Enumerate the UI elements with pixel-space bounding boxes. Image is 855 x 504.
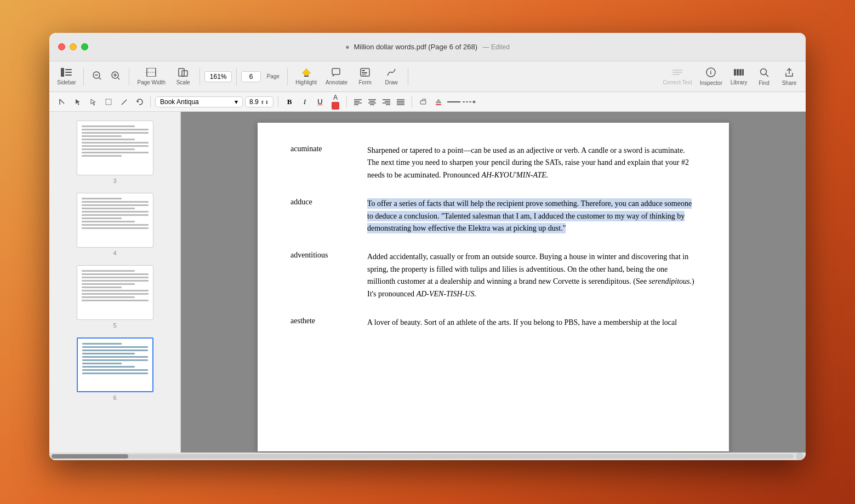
- draw-button[interactable]: Draw: [379, 66, 403, 88]
- page-width-button[interactable]: Page Width: [134, 66, 169, 88]
- svg-rect-17: [332, 68, 340, 75]
- scrollbar-thumb[interactable]: [52, 454, 128, 459]
- page-thumbnail-6[interactable]: 6: [49, 333, 180, 405]
- zoom-in-button[interactable]: [107, 68, 124, 84]
- scrollbar-track[interactable]: [52, 454, 794, 459]
- def-adventitious: Added accidentally, casually or from an …: [367, 251, 696, 300]
- fmt-separator-3: [346, 96, 347, 107]
- svg-rect-13: [179, 68, 184, 76]
- highlighted-def-adduce: To offer a series of facts that will hel…: [367, 198, 692, 233]
- edited-dot: ●: [345, 43, 350, 51]
- svg-rect-30: [739, 69, 742, 76]
- underline-label: U: [317, 98, 322, 106]
- entry-aesthete: aesthete A lover of beauty. Sort of an a…: [290, 317, 696, 329]
- svg-rect-54: [436, 104, 441, 105]
- sidebar-panel: 3: [49, 112, 181, 453]
- thumb-box-6: [77, 337, 153, 392]
- thumb-num-6: 6: [113, 394, 116, 401]
- page-display[interactable]: 6: [241, 71, 261, 82]
- font-selector[interactable]: Book Antiqua ▾: [155, 96, 243, 107]
- svg-point-32: [761, 68, 767, 75]
- align-left-button[interactable]: [351, 95, 364, 108]
- sidebar-group: Sidebar: [54, 66, 79, 88]
- zoom-group: [88, 68, 124, 84]
- scrollbar-button[interactable]: [796, 453, 803, 460]
- format-toolbar: Book Antiqua ▾ 8.9 ⬆⬇ B I U A: [49, 92, 806, 112]
- select-tool[interactable]: [87, 95, 100, 108]
- find-icon: [759, 67, 769, 79]
- share-button[interactable]: Share: [777, 65, 801, 88]
- title-filename: Million dollar words.pdf (Page 6 of 268): [354, 43, 477, 51]
- fill-button[interactable]: [432, 95, 445, 108]
- sidebar-button[interactable]: Sidebar: [54, 66, 79, 88]
- toolbar-right: Correct Text i Inspector: [659, 65, 801, 88]
- line-style-button[interactable]: [447, 95, 460, 108]
- svg-rect-14: [182, 71, 187, 76]
- form-button[interactable]: Form: [353, 66, 377, 88]
- sidebar-icon: [61, 68, 72, 78]
- maximize-button[interactable]: [81, 43, 88, 50]
- library-button[interactable]: Library: [727, 66, 751, 88]
- page-thumbnail-3[interactable]: 3: [49, 116, 180, 188]
- thumb-lines-5: [79, 268, 151, 303]
- inspector-button[interactable]: i Inspector: [697, 65, 726, 88]
- find-button[interactable]: Find: [752, 65, 776, 88]
- eraser-button[interactable]: [417, 95, 430, 108]
- svg-rect-53: [420, 101, 426, 104]
- separator-2: [129, 68, 129, 85]
- page-width-label: Page Width: [137, 79, 166, 85]
- pdf-page: acuminate Sharpened or tapered to a poin…: [258, 123, 729, 451]
- rotate-tool[interactable]: [133, 95, 146, 108]
- highlight-label: Highlight: [295, 79, 317, 85]
- arrow-tool[interactable]: [56, 95, 69, 108]
- close-button[interactable]: [58, 43, 65, 50]
- underline-button[interactable]: U: [314, 95, 327, 108]
- minimize-button[interactable]: [70, 43, 77, 50]
- annotate-button[interactable]: Annotate: [322, 66, 351, 88]
- correct-text-button[interactable]: Correct Text: [659, 66, 696, 88]
- align-right-button[interactable]: [380, 95, 393, 108]
- justify-button[interactable]: [394, 95, 407, 108]
- pen-tool[interactable]: [117, 95, 130, 108]
- thumb-box-3: [77, 121, 153, 175]
- correct-text-icon: [672, 68, 683, 78]
- thumb-num-3: 3: [113, 177, 116, 184]
- inspector-label: Inspector: [700, 80, 722, 86]
- font-name: Book Antiqua: [160, 98, 199, 106]
- draw-icon: [386, 68, 396, 78]
- line-end-button[interactable]: [463, 95, 476, 108]
- scale-label: Scale: [176, 79, 190, 85]
- thumb-box-4: [77, 193, 153, 248]
- page-thumbnail-4[interactable]: 4: [49, 188, 180, 261]
- svg-line-6: [99, 78, 101, 79]
- scale-button[interactable]: Scale: [171, 66, 195, 88]
- zoom-out-button[interactable]: [88, 68, 106, 84]
- bold-button[interactable]: B: [283, 95, 296, 108]
- term-aesthete: aesthete: [290, 317, 356, 329]
- thumb-lines-4: [79, 196, 151, 231]
- svg-rect-2: [65, 72, 72, 73]
- font-size-input[interactable]: 8.9 ⬆⬇: [245, 96, 273, 107]
- horizontal-scrollbar[interactable]: [49, 453, 806, 460]
- fmt-separator-1: [150, 96, 151, 107]
- italic-button[interactable]: I: [298, 95, 311, 108]
- zoom-in-icon: [111, 71, 121, 82]
- font-size-stepper[interactable]: ⬆⬇: [260, 100, 269, 105]
- pdf-area[interactable]: acuminate Sharpened or tapered to a poin…: [181, 112, 806, 453]
- color-A-label: A: [333, 94, 338, 101]
- zoom-display[interactable]: 161%: [204, 71, 232, 82]
- font-dropdown-icon: ▾: [235, 98, 238, 106]
- annotate-label: Annotate: [326, 79, 347, 85]
- svg-rect-3: [65, 75, 72, 76]
- page-thumbnail-5[interactable]: 5: [49, 261, 180, 333]
- window-title: ● Million dollar words.pdf (Page 6 of 26…: [345, 43, 510, 51]
- text-color-button[interactable]: A: [329, 95, 342, 108]
- cursor-tool[interactable]: [71, 95, 84, 108]
- page-label: Page: [266, 73, 279, 79]
- main-toolbar: Sidebar: [49, 61, 806, 92]
- page-button[interactable]: Page: [263, 71, 283, 82]
- highlight-button[interactable]: Highlight: [292, 66, 320, 88]
- rect-select-tool[interactable]: [102, 95, 115, 108]
- entry-adduce: adduce To offer a series of facts that w…: [290, 198, 696, 234]
- align-center-button[interactable]: [366, 95, 379, 108]
